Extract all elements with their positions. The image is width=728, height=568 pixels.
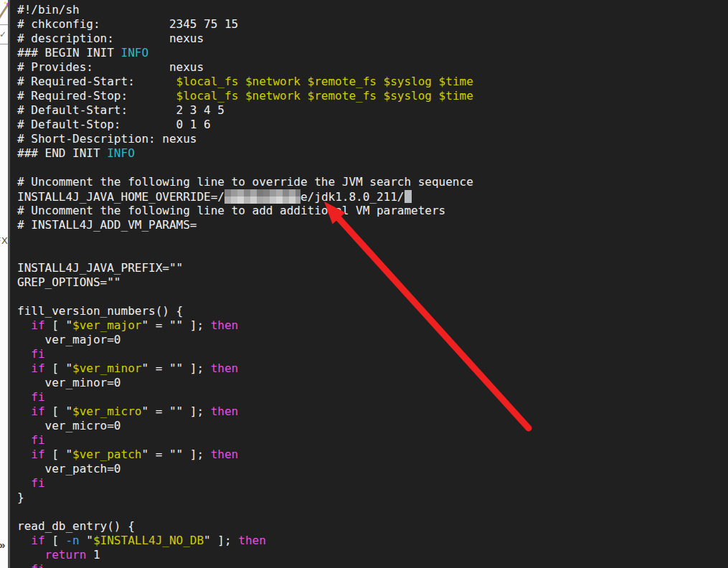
code-segment: if — [31, 448, 44, 461]
code-segment: INFO — [121, 46, 149, 60]
code-segment: $local_fs $network $remote_fs $syslog $t… — [176, 75, 473, 88]
code-segment — [17, 548, 45, 562]
code-segment: # Provides: nexus — [17, 60, 204, 74]
terminal-window[interactable]: #!/bin/sh# chkconfig: 2345 75 15# descri… — [12, 0, 728, 568]
code-segment: " — [80, 534, 93, 547]
check-icon: ✓ — [0, 29, 6, 39]
code-segment: fi — [31, 347, 44, 361]
code-segment: # Default-Start: 2 3 4 5 — [17, 103, 224, 117]
code-segment: [ " — [45, 448, 73, 461]
code-line: fi — [17, 476, 728, 491]
code-line: # description: nexus — [17, 32, 728, 46]
code-line — [17, 247, 728, 261]
code-segment: [ " — [45, 361, 73, 375]
code-segment: # description: nexus — [17, 32, 204, 45]
code-line: ver_major=0 — [17, 333, 728, 347]
code-line: # Required-Start: $local_fs $network $re… — [17, 75, 728, 89]
code-segment: ver_patch=0 — [17, 462, 121, 475]
code-segment: " = "" ]; — [141, 318, 210, 332]
code-line: fi — [17, 562, 728, 568]
code-line: } — [17, 491, 728, 505]
code-segment — [17, 361, 31, 375]
code-line: fill_version_numbers() { — [17, 304, 728, 318]
code-segment: -n — [65, 534, 79, 547]
code-segment — [17, 534, 31, 547]
code-line: if [ -n "$INSTALL4J_NO_DB" ]; then — [17, 534, 728, 548]
code-line: # Default-Start: 2 3 4 5 — [17, 103, 728, 118]
code-segment — [17, 347, 31, 361]
code-segment: 1 — [86, 548, 100, 562]
code-segment: # Uncomment the following line to overri… — [17, 175, 473, 189]
code-segment: fi — [31, 476, 44, 490]
code-segment: # Required-Stop: — [17, 89, 176, 103]
code-segment: # Required-Start: — [17, 75, 176, 88]
code-segment: if — [31, 361, 44, 375]
code-line: fi — [17, 433, 728, 448]
code-segment: # Short-Description: nexus — [17, 132, 197, 146]
wand-icon — [0, 1, 10, 20]
code-segment: fill_version_numbers() { — [17, 304, 183, 318]
code-segment: # chkconfig: 2345 75 15 — [17, 17, 238, 31]
code-segment — [17, 448, 31, 461]
code-segment: $ver_minor — [72, 361, 141, 375]
code-line: GREP_OPTIONS="" — [17, 275, 728, 290]
code-line: # Required-Stop: $local_fs $network $rem… — [17, 89, 728, 103]
code-line: if [ "$ver_minor" = "" ]; then — [17, 361, 728, 376]
code-line: if [ "$ver_major" = "" ]; then — [17, 318, 728, 333]
expand-chevron-icon[interactable]: » — [0, 539, 5, 551]
code-segment: $ver_major — [72, 318, 141, 332]
code-line: # chkconfig: 2345 75 15 — [17, 17, 728, 32]
code-segment — [17, 318, 31, 332]
code-line: fi — [17, 347, 728, 361]
code-segment: if — [31, 318, 44, 332]
code-line: ### END INIT INFO — [17, 146, 728, 161]
code-segment: fi — [31, 433, 44, 447]
code-line: fi — [17, 390, 728, 404]
code-line: #!/bin/sh — [17, 3, 728, 17]
code-segment: $INSTALL4J_NO_DB — [93, 534, 204, 547]
code-segment: read_db_entry() { — [17, 519, 135, 533]
code-line: # Uncomment the following line to add ad… — [17, 204, 728, 218]
code-line: # INSTALL4J_ADD_VM_PARAMS= — [17, 218, 728, 232]
code-segment: ver_major=0 — [17, 333, 121, 346]
code-line: ver_patch=0 — [17, 462, 728, 476]
code-segment: INSTALL4J_JAVA_HOME_OVERRIDE=/ — [17, 190, 224, 204]
code-line: ver_micro=0 — [17, 419, 728, 433]
code-segment: GREP_OPTIONS="" — [17, 275, 121, 289]
code-segment: fi — [31, 390, 44, 404]
code-segment: " = "" ]; — [141, 361, 210, 375]
code-line: ### BEGIN INIT INFO — [17, 46, 728, 60]
code-segment: then — [211, 448, 239, 461]
code-line: # Provides: nexus — [17, 60, 728, 75]
code-line: INSTALL4J_JAVA_PREFIX="" — [17, 261, 728, 275]
check-button[interactable]: ✓ — [0, 24, 9, 44]
code-segment: e/jdk1.8.0_211/ — [301, 190, 405, 204]
code-segment: $local_fs $network $remote_fs $syslog $t… — [176, 89, 473, 103]
code-segment: $ver_patch — [72, 448, 141, 461]
code-segment: fi — [31, 562, 44, 568]
code-segment — [17, 390, 31, 404]
code-segment: ver_micro=0 — [17, 419, 121, 432]
code-segment: then — [238, 534, 266, 547]
code-line: # Uncomment the following line to overri… — [17, 175, 728, 189]
code-segment — [17, 562, 31, 568]
terminal-cursor — [405, 190, 412, 203]
code-segment: " ]; — [204, 534, 238, 547]
redacted-path-mosaic — [224, 189, 301, 204]
code-line: read_db_entry() { — [17, 519, 728, 534]
code-segment: } — [17, 491, 24, 504]
code-segment: " = "" ]; — [141, 448, 210, 461]
code-line — [17, 290, 728, 304]
code-segment: ### END INIT — [17, 146, 107, 160]
code-line: # Default-Stop: 0 1 6 — [17, 118, 728, 132]
code-segment: " = "" ]; — [141, 404, 210, 418]
code-segment: INFO — [107, 146, 135, 160]
code-segment: if — [31, 534, 44, 547]
code-segment: # Uncomment the following line to add ad… — [17, 204, 445, 217]
code-segment: [ " — [45, 404, 73, 418]
code-segment: # Default-Stop: 0 1 6 — [17, 118, 211, 131]
code-segment: INSTALL4J_JAVA_PREFIX="" — [17, 261, 183, 275]
left-toolbar-strip: ✓ FX » — [0, 0, 10, 568]
code-segment: [ " — [45, 318, 73, 332]
code-segment: # INSTALL4J_ADD_VM_PARAMS= — [17, 218, 197, 232]
